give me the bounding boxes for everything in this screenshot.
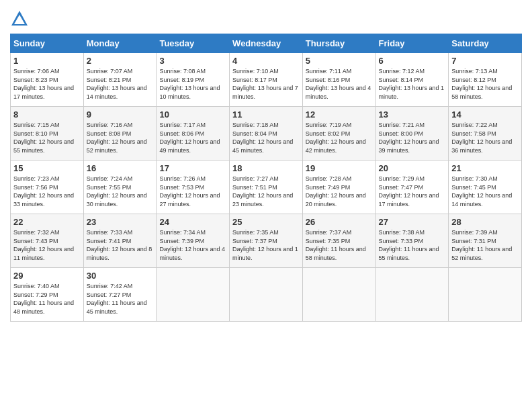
day-detail: Sunrise: 7:26 AMSunset: 7:53 PMDaylight:… bbox=[159, 175, 226, 208]
calendar-week-row: 15Sunrise: 7:23 AMSunset: 7:56 PMDayligh… bbox=[11, 161, 522, 214]
day-number: 10 bbox=[159, 109, 226, 120]
day-number: 8 bbox=[13, 109, 81, 120]
day-number: 15 bbox=[13, 163, 81, 173]
calendar-cell: 26Sunrise: 7:37 AMSunset: 7:35 PMDayligh… bbox=[302, 214, 375, 268]
col-tuesday: Tuesday bbox=[157, 34, 230, 53]
day-detail: Sunrise: 7:27 AMSunset: 7:51 PMDaylight:… bbox=[232, 175, 300, 208]
day-number: 17 bbox=[159, 163, 226, 173]
calendar-cell: 24Sunrise: 7:34 AMSunset: 7:39 PMDayligh… bbox=[157, 214, 230, 268]
calendar-week-row: 1Sunrise: 7:06 AMSunset: 8:23 PMDaylight… bbox=[11, 53, 522, 107]
logo bbox=[10, 9, 30, 28]
day-detail: Sunrise: 7:16 AMSunset: 8:08 PMDaylight:… bbox=[87, 121, 154, 154]
calendar-cell: 15Sunrise: 7:23 AMSunset: 7:56 PMDayligh… bbox=[11, 161, 84, 214]
day-detail: Sunrise: 7:22 AMSunset: 7:58 PMDaylight:… bbox=[451, 121, 519, 154]
calendar-week-row: 8Sunrise: 7:15 AMSunset: 8:10 PMDaylight… bbox=[11, 107, 522, 161]
calendar-cell: 2Sunrise: 7:07 AMSunset: 8:21 PMDaylight… bbox=[83, 53, 157, 107]
page: Sunday Monday Tuesday Wednesday Thursday… bbox=[0, 0, 532, 411]
calendar-cell: 7Sunrise: 7:13 AMSunset: 8:12 PMDaylight… bbox=[449, 53, 522, 107]
calendar-cell: 18Sunrise: 7:27 AMSunset: 7:51 PMDayligh… bbox=[230, 161, 303, 214]
day-number: 11 bbox=[232, 109, 300, 120]
calendar-cell: 14Sunrise: 7:22 AMSunset: 7:58 PMDayligh… bbox=[449, 107, 522, 161]
calendar-cell: 8Sunrise: 7:15 AMSunset: 8:10 PMDaylight… bbox=[11, 107, 84, 161]
day-detail: Sunrise: 7:21 AMSunset: 8:00 PMDaylight:… bbox=[379, 121, 446, 154]
day-detail: Sunrise: 7:17 AMSunset: 8:06 PMDaylight:… bbox=[159, 121, 226, 154]
calendar-cell bbox=[375, 268, 449, 322]
day-number: 18 bbox=[232, 163, 300, 173]
day-detail: Sunrise: 7:24 AMSunset: 7:55 PMDaylight:… bbox=[87, 175, 154, 208]
calendar-cell: 1Sunrise: 7:06 AMSunset: 8:23 PMDaylight… bbox=[11, 53, 84, 107]
calendar-cell: 20Sunrise: 7:29 AMSunset: 7:47 PMDayligh… bbox=[375, 161, 449, 214]
calendar-cell: 4Sunrise: 7:10 AMSunset: 8:17 PMDaylight… bbox=[230, 53, 303, 107]
day-number: 6 bbox=[379, 56, 446, 66]
day-detail: Sunrise: 7:39 AMSunset: 7:31 PMDaylight:… bbox=[451, 228, 519, 262]
day-number: 20 bbox=[379, 163, 446, 173]
calendar-cell: 25Sunrise: 7:35 AMSunset: 7:37 PMDayligh… bbox=[230, 214, 303, 268]
logo-icon bbox=[10, 9, 29, 28]
calendar-week-row: 22Sunrise: 7:32 AMSunset: 7:43 PMDayligh… bbox=[11, 214, 522, 268]
day-number: 24 bbox=[159, 217, 226, 227]
day-detail: Sunrise: 7:13 AMSunset: 8:12 PMDaylight:… bbox=[451, 67, 519, 101]
day-number: 2 bbox=[87, 56, 154, 66]
calendar-cell: 11Sunrise: 7:18 AMSunset: 8:04 PMDayligh… bbox=[230, 107, 303, 161]
calendar-week-row: 29Sunrise: 7:40 AMSunset: 7:29 PMDayligh… bbox=[11, 268, 522, 322]
day-detail: Sunrise: 7:18 AMSunset: 8:04 PMDaylight:… bbox=[232, 121, 300, 154]
day-detail: Sunrise: 7:12 AMSunset: 8:14 PMDaylight:… bbox=[379, 67, 446, 101]
day-detail: Sunrise: 7:38 AMSunset: 7:33 PMDaylight:… bbox=[379, 228, 446, 262]
calendar-cell: 27Sunrise: 7:38 AMSunset: 7:33 PMDayligh… bbox=[375, 214, 449, 268]
day-number: 13 bbox=[379, 109, 446, 120]
col-wednesday: Wednesday bbox=[230, 34, 303, 53]
day-detail: Sunrise: 7:33 AMSunset: 7:41 PMDaylight:… bbox=[87, 228, 154, 262]
day-detail: Sunrise: 7:08 AMSunset: 8:19 PMDaylight:… bbox=[159, 67, 226, 101]
calendar-cell: 9Sunrise: 7:16 AMSunset: 8:08 PMDaylight… bbox=[83, 107, 157, 161]
day-number: 9 bbox=[87, 109, 154, 120]
day-detail: Sunrise: 7:29 AMSunset: 7:47 PMDaylight:… bbox=[379, 175, 446, 208]
calendar-cell bbox=[449, 268, 522, 322]
calendar-cell: 13Sunrise: 7:21 AMSunset: 8:00 PMDayligh… bbox=[375, 107, 449, 161]
day-detail: Sunrise: 7:11 AMSunset: 8:16 PMDaylight:… bbox=[306, 67, 373, 101]
day-detail: Sunrise: 7:19 AMSunset: 8:02 PMDaylight:… bbox=[306, 121, 373, 154]
day-number: 21 bbox=[451, 163, 519, 173]
calendar-body: 1Sunrise: 7:06 AMSunset: 8:23 PMDaylight… bbox=[11, 53, 522, 322]
day-detail: Sunrise: 7:37 AMSunset: 7:35 PMDaylight:… bbox=[306, 228, 373, 262]
calendar-cell: 30Sunrise: 7:42 AMSunset: 7:27 PMDayligh… bbox=[83, 268, 157, 322]
day-number: 25 bbox=[232, 217, 300, 227]
calendar-cell: 3Sunrise: 7:08 AMSunset: 8:19 PMDaylight… bbox=[157, 53, 230, 107]
day-detail: Sunrise: 7:06 AMSunset: 8:23 PMDaylight:… bbox=[13, 67, 81, 101]
day-detail: Sunrise: 7:28 AMSunset: 7:49 PMDaylight:… bbox=[306, 175, 373, 208]
calendar-cell: 29Sunrise: 7:40 AMSunset: 7:29 PMDayligh… bbox=[11, 268, 84, 322]
day-number: 7 bbox=[451, 56, 519, 66]
calendar-cell: 10Sunrise: 7:17 AMSunset: 8:06 PMDayligh… bbox=[157, 107, 230, 161]
day-detail: Sunrise: 7:32 AMSunset: 7:43 PMDaylight:… bbox=[13, 228, 81, 262]
day-number: 14 bbox=[451, 109, 519, 120]
day-detail: Sunrise: 7:35 AMSunset: 7:37 PMDaylight:… bbox=[232, 228, 300, 262]
day-detail: Sunrise: 7:34 AMSunset: 7:39 PMDaylight:… bbox=[159, 228, 226, 262]
day-detail: Sunrise: 7:10 AMSunset: 8:17 PMDaylight:… bbox=[232, 67, 300, 101]
day-detail: Sunrise: 7:42 AMSunset: 7:27 PMDaylight:… bbox=[87, 282, 154, 316]
day-number: 22 bbox=[13, 217, 81, 227]
calendar-cell: 5Sunrise: 7:11 AMSunset: 8:16 PMDaylight… bbox=[302, 53, 375, 107]
calendar-header-row: Sunday Monday Tuesday Wednesday Thursday… bbox=[11, 34, 522, 53]
day-number: 12 bbox=[306, 109, 373, 120]
day-number: 3 bbox=[159, 56, 226, 66]
day-detail: Sunrise: 7:40 AMSunset: 7:29 PMDaylight:… bbox=[13, 282, 81, 316]
col-monday: Monday bbox=[83, 34, 157, 53]
calendar-cell bbox=[230, 268, 303, 322]
day-number: 16 bbox=[87, 163, 154, 173]
col-thursday: Thursday bbox=[302, 34, 375, 53]
calendar-cell bbox=[302, 268, 375, 322]
calendar-cell bbox=[157, 268, 230, 322]
day-detail: Sunrise: 7:30 AMSunset: 7:45 PMDaylight:… bbox=[451, 175, 519, 208]
day-number: 29 bbox=[13, 271, 81, 281]
day-number: 1 bbox=[13, 56, 81, 66]
header bbox=[10, 7, 522, 28]
calendar-cell: 28Sunrise: 7:39 AMSunset: 7:31 PMDayligh… bbox=[449, 214, 522, 268]
calendar-cell: 21Sunrise: 7:30 AMSunset: 7:45 PMDayligh… bbox=[449, 161, 522, 214]
day-number: 23 bbox=[87, 217, 154, 227]
day-number: 30 bbox=[87, 271, 154, 281]
calendar-cell: 12Sunrise: 7:19 AMSunset: 8:02 PMDayligh… bbox=[302, 107, 375, 161]
calendar-cell: 6Sunrise: 7:12 AMSunset: 8:14 PMDaylight… bbox=[375, 53, 449, 107]
col-friday: Friday bbox=[375, 34, 449, 53]
col-sunday: Sunday bbox=[11, 34, 84, 53]
day-number: 28 bbox=[451, 217, 519, 227]
day-number: 5 bbox=[306, 56, 373, 66]
